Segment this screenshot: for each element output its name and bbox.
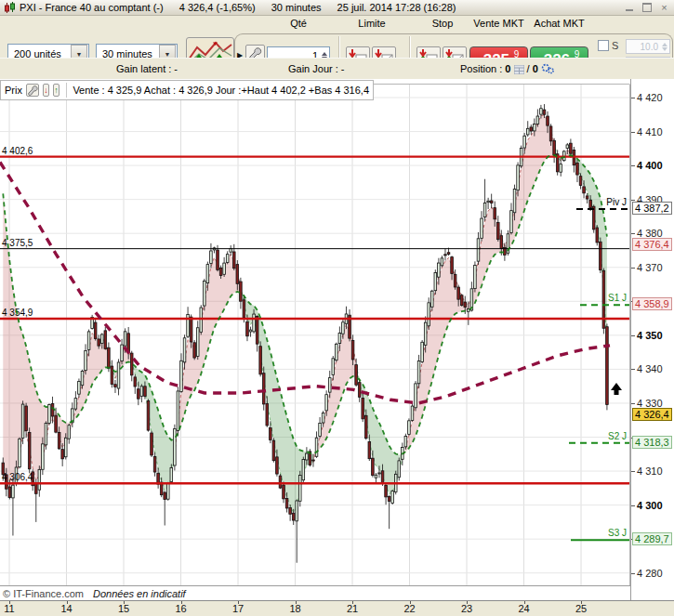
x-axis-label: 21 [347,603,358,614]
svg-text:4 402,6: 4 402,6 [2,146,33,156]
window-timeframe: 30 minutes [271,2,322,13]
axis-price-box-pink: 4 376,4 [632,238,672,251]
y-tick-label: 4 280 [637,568,663,579]
limite-label: Limite [346,18,398,29]
gain-jour: Gain Jour : - [288,63,345,74]
svg-text:S3 J: S3 J [608,528,627,538]
sell-mkt-label: Vente MKT [469,18,528,29]
position-separator: / [527,63,530,74]
chart-area[interactable]: 4 402,64 375,54 354,94 306,4Piv JS1 JS2 … [0,79,630,585]
candlestick-icon [4,2,16,14]
x-axis-label: 22 [403,603,415,614]
x-axis-label: 18 [289,603,300,614]
x-axis-label: 14 [60,603,72,614]
axis-price-box-yellow: 4 326,4 [632,408,672,421]
axis-price-box-plain: 4 387,2 [632,202,672,215]
y-tick-label: 4 340 [637,363,663,374]
price-axis[interactable]: 4 4204 4104 4004 3904 3804 3704 3504 340… [630,79,674,600]
toolbar: 200 unités ▼ 30 minutes ▼ ▶ Qté [0,16,674,58]
stop-distance-value: 10.0 [627,42,660,52]
y-tick-mark [631,505,635,506]
orders-settings-gears-icon[interactable] [541,63,554,76]
y-tick-label: 4 420 [637,92,663,103]
positions-table-icon[interactable] [514,65,524,76]
stop-checkbox[interactable] [598,40,609,51]
y-tick-label: 4 370 [637,262,663,273]
position-label: Position : [460,63,502,74]
y-tick-mark [631,471,635,472]
stop-checkbox-label: S [612,40,618,51]
axis-price-box-green: 4 318,3 [632,436,672,449]
prix-label: Prix [5,85,22,96]
y-tick-label: 4 300 [637,500,663,511]
buy-mkt-label: Achat MKT [530,18,588,29]
position-pending-count: 0 [533,63,538,74]
close-button[interactable]: × [658,3,670,13]
price-settings-button[interactable] [26,84,39,97]
x-axis-label: 11 [4,603,14,614]
maximize-button[interactable] [641,3,653,13]
axis-price-box-green: 4 289,7 [632,532,672,545]
titlebar: PXI - France 40 au comptant (-) 4 326,4 … [0,0,674,16]
copyright-text: © IT-Finance.com [3,588,84,599]
y-tick-label: 4 400 [637,160,663,171]
minimize-button[interactable] [623,3,635,13]
sell-arrow-icon[interactable]: ↓ [43,84,49,97]
y-tick-mark [631,335,635,336]
window-title: PXI - France 40 au comptant (-) [20,2,164,13]
buy-signal-arrow-icon [611,383,622,395]
indicative-data-note: Données en indicatif [93,588,186,599]
stepper-arrows-icon [660,43,668,51]
y-tick-mark [631,132,635,133]
buy-arrow-icon[interactable]: ↑ [53,84,59,97]
svg-text:S2 J: S2 J [608,431,627,441]
y-tick-mark [631,233,635,234]
chart-footer: © IT-Finance.com Données en indicatif [0,585,630,600]
plot-svg[interactable]: 4 402,64 375,54 354,94 306,4Piv JS1 JS2 … [0,79,630,585]
y-tick-mark [631,165,635,166]
quote-bar: Prix ↓ ↑ Vente : 4 325,9 Achat : 4 326,9… [0,80,374,100]
svg-text:S1 J: S1 J [608,293,627,303]
y-tick-mark [631,268,635,269]
time-axis[interactable]: 1114151617182122232425 [0,600,674,616]
axis-price-box-pink: 4 358,9 [632,297,672,310]
stop-distance-field: 10.0 [626,39,670,54]
y-tick-mark [631,403,635,404]
x-axis-label: 24 [518,603,529,614]
y-tick-mark [631,573,635,574]
window-datetime: 25 juil. 2014 17:28 (16:28) [337,2,456,13]
y-tick-label: 4 310 [637,465,663,477]
x-axis-label: 25 [575,603,587,614]
svg-text:Piv J: Piv J [606,197,627,207]
quote-text: Vente : 4 325,9 Achat : 4 326,9 Jour :+H… [73,85,369,96]
wrench-icon [27,85,38,96]
y-tick-mark [631,98,635,98]
status-row: Gain latent : - Gain Jour : - Position :… [0,58,674,80]
position-open-count: 0 [505,63,510,74]
x-axis-label: 23 [461,603,472,614]
svg-text:4 306,4: 4 306,4 [2,472,33,482]
x-axis-label: 16 [175,603,186,614]
y-tick-label: 4 350 [637,330,663,341]
stop-label: Stop [416,18,469,29]
y-tick-label: 4 410 [637,126,663,138]
y-tick-mark [631,369,635,370]
y-tick-mark [631,200,635,201]
window-price: 4 326,4 (-1,65%) [179,2,256,13]
qty-label: Qté [267,18,330,29]
trading-window: PXI - France 40 au comptant (-) 4 326,4 … [0,0,674,616]
gain-latent: Gain latent : - [116,63,178,74]
x-axis-label: 15 [118,603,129,614]
x-axis-label: 17 [232,603,244,614]
position-status: Position : 0 / 0 [460,63,554,76]
